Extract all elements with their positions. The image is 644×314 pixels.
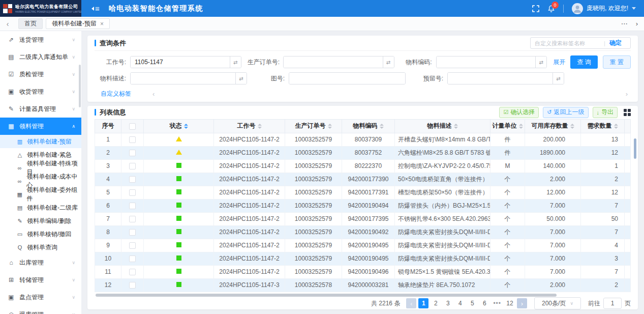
row-checkbox[interactable]	[129, 163, 136, 169]
confirm-tag-button[interactable]: 确定	[609, 39, 622, 47]
collapse-menu-icon[interactable]: ≡	[88, 4, 100, 13]
job-number-input[interactable]	[131, 56, 230, 68]
table-row[interactable]: 102024HPC1105-1147-210003252579942000190…	[95, 252, 631, 265]
row-checkbox[interactable]	[129, 216, 136, 222]
table-row[interactable]: 52024HPC1105-1147-2100032525799420001773…	[95, 186, 631, 199]
search-button[interactable]: 查 询	[570, 55, 597, 69]
confirm-selection-button[interactable]: ☑确认选择	[499, 107, 539, 118]
sidebar-item[interactable]: ▣收货管理∨	[0, 83, 81, 100]
sort-icon[interactable]	[454, 124, 458, 129]
material-desc-input[interactable]	[131, 73, 235, 84]
row-checkbox[interactable]	[129, 150, 136, 156]
sort-icon[interactable]	[570, 124, 574, 129]
sort-icon[interactable]	[380, 124, 384, 129]
tab-active[interactable]: 领料单创建-预留×	[46, 18, 110, 29]
col-code[interactable]: 物料编码	[342, 119, 395, 133]
sidebar-item[interactable]: ▣盘点管理∨	[0, 289, 81, 306]
filter-icon[interactable]: ⇄	[553, 73, 564, 84]
table-row[interactable]: 122024HPC1105-1147-310003252578942000003…	[95, 278, 631, 292]
sidebar-subitem[interactable]: ▤领料单创建-二级库	[0, 201, 81, 214]
sort-icon[interactable]	[614, 124, 618, 129]
user-menu[interactable]: 庞晓明, 欢迎您!	[572, 3, 636, 14]
col-demand[interactable]: 需求数量	[581, 119, 625, 133]
notifications-bell-icon[interactable]: 0	[547, 5, 555, 13]
page-button[interactable]: 6	[479, 298, 489, 308]
tags-scroll-right-icon[interactable]: ›	[626, 90, 628, 98]
page-button[interactable]: 4	[455, 298, 465, 308]
drawing-number-input[interactable]	[289, 73, 405, 84]
reserve-number-input[interactable]	[448, 73, 553, 84]
production-order-input[interactable]	[284, 56, 383, 68]
col-unit[interactable]: 计量单位	[490, 119, 525, 133]
row-checkbox[interactable]	[129, 203, 136, 209]
table-row[interactable]: 22024HPC1105-1147-21000325257980037752六角…	[95, 146, 631, 159]
row-checkbox[interactable]	[129, 269, 136, 275]
page-button[interactable]: 2	[431, 298, 441, 308]
sidebar-subitem[interactable]: ▦领料单创建-委外组件	[0, 188, 81, 201]
page-button[interactable]: 5	[467, 298, 477, 308]
row-checkbox[interactable]	[129, 229, 136, 236]
fullscreen-icon[interactable]	[532, 5, 539, 12]
col-status[interactable]: 状态	[144, 119, 214, 133]
col-job[interactable]: 工作号	[214, 119, 285, 133]
page-size-select[interactable]: 200条/页∨	[534, 297, 581, 309]
sidebar-item[interactable]: ◎退库管理∨	[0, 306, 81, 314]
custom-tag-name-input[interactable]	[535, 40, 600, 46]
col-desc[interactable]: 物料描述	[395, 119, 490, 133]
sidebar-item[interactable]: ⇗送货管理∨	[0, 31, 81, 48]
sidebar-item[interactable]: ✎计量器具管理∨	[0, 100, 81, 118]
expand-link[interactable]: 展开	[553, 58, 565, 67]
row-checkbox[interactable]	[129, 255, 136, 262]
filter-icon[interactable]: ⇄	[230, 56, 241, 68]
row-checkbox[interactable]	[129, 189, 136, 196]
sort-icon[interactable]	[328, 124, 332, 129]
back-to-parent-button[interactable]: ↺返回上一级	[543, 107, 588, 118]
row-checkbox[interactable]	[129, 176, 136, 183]
sidebar-subitem[interactable]: ▥领料单创建-预留	[0, 135, 81, 148]
sidebar-subitem[interactable]: ✎领料单编辑/删除	[0, 214, 81, 227]
col-order[interactable]: 生产订单号	[285, 119, 342, 133]
sort-icon[interactable]	[519, 124, 523, 129]
row-checkbox[interactable]	[129, 136, 136, 143]
prev-page-button[interactable]: ‹	[406, 298, 416, 308]
col-stock[interactable]: 可用库存数量	[525, 119, 581, 133]
table-row[interactable]: 112024HPC1105-1147-210003252579942000190…	[95, 265, 631, 278]
tabs-more-icon[interactable]: ⋯	[621, 20, 628, 27]
page-button[interactable]: 1	[418, 298, 428, 308]
sidebar-item[interactable]: ▦领料管理∧	[0, 118, 81, 135]
close-icon[interactable]: ×	[100, 21, 104, 27]
page-button[interactable]: 12	[505, 298, 515, 308]
sidebar-item[interactable]: ▤二级库入库通知单∨	[0, 48, 81, 66]
sidebar-item[interactable]: ⊞转储管理∨	[0, 271, 81, 289]
vertical-scrollbar-thumb[interactable]	[634, 138, 636, 159]
filter-icon[interactable]: ⇄	[383, 56, 394, 68]
select-all-checkbox[interactable]	[129, 123, 136, 130]
row-checkbox[interactable]	[129, 242, 136, 249]
horizontal-scrollbar-thumb[interactable]	[96, 294, 557, 297]
goto-page-input[interactable]	[603, 298, 622, 309]
custom-tags-link[interactable]: 自定义标签	[101, 90, 131, 98]
sort-icon[interactable]	[258, 124, 262, 129]
tags-scroll-left-icon[interactable]: ‹	[152, 90, 155, 98]
table-row[interactable]: 72024HPC1105-1147-2100032525799420001773…	[95, 212, 631, 225]
sidebar-scrollbar[interactable]	[79, 65, 81, 107]
row-checkbox[interactable]	[129, 282, 136, 289]
sidebar-item[interactable]: ⌂出库管理∨	[0, 254, 81, 271]
table-row[interactable]: 92024HPC1105-1147-2100032525799420001904…	[95, 239, 631, 252]
sidebar-subitem[interactable]: ▭领料单核销/撤回	[0, 227, 81, 241]
tabs-scroll-right-icon[interactable]: ›	[636, 20, 638, 27]
table-row[interactable]: 32024HPC1105-1147-21000325257980222370控制…	[95, 159, 631, 173]
sort-icon[interactable]	[184, 124, 188, 129]
table-row[interactable]: 62024HPC1105-1147-2100032525799420001904…	[95, 199, 631, 212]
tabs-scroll-left-icon[interactable]: ‹	[0, 17, 15, 31]
page-button[interactable]: 3	[443, 298, 453, 308]
table-row[interactable]: 42024HPC1105-1147-2100032525799420001773…	[95, 173, 631, 186]
filter-icon[interactable]: ⇄	[235, 73, 247, 84]
table-row[interactable]: 12024HPC1105-1147-21000325257980037309开槽…	[95, 133, 631, 146]
export-button[interactable]: ↓导出	[593, 107, 618, 118]
column-settings-icon[interactable]	[624, 109, 631, 116]
material-code-input[interactable]	[437, 56, 536, 68]
sidebar-item[interactable]: ☑质检管理∨	[0, 66, 81, 83]
table-row[interactable]: 82024HPC1105-1147-2100032525799420001904…	[95, 225, 631, 239]
sidebar-subitem[interactable]: Q领料单查询	[0, 241, 81, 254]
